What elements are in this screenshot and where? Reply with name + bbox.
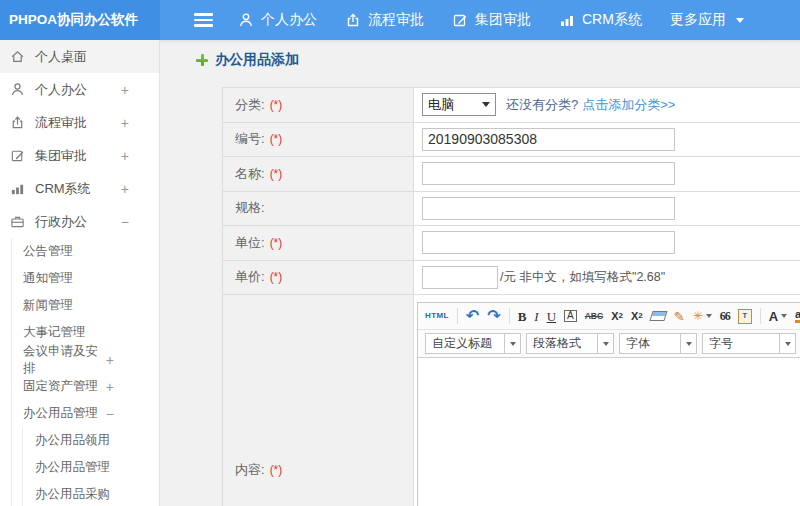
form-row-unit: 单位: (*) <box>223 226 800 261</box>
form-row-category: 分类: (*) 电脑 还没有分类? 点击添加分类>> <box>223 88 800 123</box>
sidebar-item-admin-office[interactable]: 行政办公 − <box>0 205 159 238</box>
rich-text-editor: HTML ↶ ↷ B I U A ABC X2 X2 ✎ <box>417 302 800 506</box>
form-row-code: 编号: (*) <box>223 123 800 158</box>
field-value <box>413 192 800 226</box>
blockquote-button[interactable]: 66 <box>720 310 730 322</box>
unit-input[interactable] <box>422 231 675 254</box>
sub-base: X <box>631 311 638 322</box>
sidebar-item-personal-desktop[interactable]: 个人桌面 <box>0 40 159 73</box>
field-value: 电脑 还没有分类? 点击添加分类>> <box>413 88 800 122</box>
paste-text-icon[interactable]: T <box>738 309 752 324</box>
edit-icon <box>452 12 468 28</box>
font-family-dropdown[interactable]: 字体 <box>619 333 697 354</box>
expand-toggle[interactable]: + <box>106 352 114 368</box>
no-category-text: 还没有分类? <box>506 96 578 114</box>
nav-workflow-approval[interactable]: 流程审批 <box>345 11 424 29</box>
autoformat-button[interactable]: A <box>564 310 577 322</box>
field-label: 单位: (*) <box>223 226 413 260</box>
strikethrough-button[interactable]: ABC <box>585 312 603 321</box>
font-size-dropdown[interactable]: 字号 <box>702 333 796 354</box>
highlight-color-dropdown[interactable]: ab <box>795 309 800 323</box>
home-icon <box>10 49 25 64</box>
redo-icon[interactable]: ↷ <box>487 308 500 324</box>
sidebar-item-personal-office[interactable]: 个人办公 + <box>0 73 159 106</box>
nav-more-apps[interactable]: 更多应用 <box>670 11 744 29</box>
nav-group-approval[interactable]: 集团审批 <box>452 11 531 29</box>
menu-toggle-icon[interactable] <box>194 13 213 27</box>
user-icon <box>10 82 25 97</box>
clipboard-icon: T <box>738 309 752 324</box>
underline-button[interactable]: U <box>547 310 556 323</box>
editor-toolbar-row1: HTML ↶ ↷ B I U A ABC X2 X2 ✎ <box>418 303 800 330</box>
caret-down-icon <box>736 18 744 27</box>
sidebar-item-label: 新闻管理 <box>23 297 73 314</box>
source-code-button[interactable]: HTML <box>425 312 449 320</box>
sidebar-item-label: 通知管理 <box>23 270 73 287</box>
required-mark: (*) <box>270 463 283 477</box>
expand-toggle[interactable]: + <box>121 82 129 98</box>
price-hint: /元 非中文，如填写格式"2.68" <box>500 269 665 286</box>
undo-icon[interactable]: ↶ <box>466 308 479 324</box>
sidebar-item-label: 办公用品领用 <box>35 432 110 449</box>
name-input[interactable] <box>422 162 675 185</box>
caret-down-icon <box>680 334 696 353</box>
expand-toggle[interactable]: + <box>121 148 129 164</box>
sparkle-icon: ✳ <box>693 310 703 322</box>
add-category-link[interactable]: 点击添加分类>> <box>582 96 675 114</box>
briefcase-icon <box>10 214 25 229</box>
collapse-toggle[interactable]: − <box>121 214 129 230</box>
form-row-spec: 规格: <box>223 192 800 227</box>
required-mark: (*) <box>270 236 283 250</box>
field-label: 编号: (*) <box>223 123 413 157</box>
sidebar-item-crm-system[interactable]: CRM系统 + <box>0 172 159 205</box>
font-color-dropdown[interactable]: A <box>769 310 787 323</box>
category-select[interactable]: 电脑 <box>422 93 496 116</box>
sidebar-item-supplies-manage[interactable]: 办公用品管理 <box>0 454 159 481</box>
app-logo[interactable]: PHPOA协同办公软件 <box>0 0 160 40</box>
sidebar-item-meeting-mgmt[interactable]: 会议申请及安排 + <box>0 346 159 373</box>
format-brush-icon[interactable]: ✎ <box>674 310 685 323</box>
sidebar-item-label: 个人桌面 <box>35 48 87 66</box>
toolbar-separator <box>457 308 458 324</box>
italic-button[interactable]: I <box>534 310 538 323</box>
bold-button[interactable]: B <box>518 310 527 323</box>
spec-input[interactable] <box>422 197 675 220</box>
expand-toggle[interactable]: + <box>106 379 114 395</box>
sidebar-item-supplies-purchase[interactable]: 办公用品采购 <box>0 481 159 506</box>
sidebar-item-supplies-mgmt[interactable]: 办公用品管理 − <box>0 400 159 427</box>
sidebar-item-group-approval[interactable]: 集团审批 + <box>0 139 159 172</box>
expand-toggle[interactable]: + <box>121 115 129 131</box>
sidebar-item-news-mgmt[interactable]: 新闻管理 <box>0 292 159 319</box>
sidebar-item-workflow-approval[interactable]: 流程审批 + <box>0 106 159 139</box>
sidebar-item-notice-mgmt[interactable]: 通知管理 <box>0 265 159 292</box>
chart-icon <box>10 181 25 196</box>
custom-title-dropdown[interactable]: 自定义标题 <box>425 333 521 354</box>
sidebar-item-label: 流程审批 <box>35 114 87 132</box>
sidebar-item-announcement-mgmt[interactable]: 公告管理 <box>0 238 159 265</box>
field-label: 名称: (*) <box>223 157 413 191</box>
add-icon <box>196 54 208 66</box>
dropdown-label: 自定义标题 <box>426 335 504 352</box>
nav-personal-office[interactable]: 个人办公 <box>238 11 317 29</box>
code-input[interactable] <box>422 128 675 151</box>
expand-toggle[interactable]: + <box>121 181 129 197</box>
sidebar-item-assets-mgmt[interactable]: 固定资产管理 + <box>0 373 159 400</box>
collapse-toggle[interactable]: − <box>106 406 114 422</box>
user-icon <box>238 12 254 28</box>
nav-crm-system[interactable]: CRM系统 <box>559 11 642 29</box>
price-input[interactable] <box>422 266 498 289</box>
format-painter-dropdown[interactable]: ✳ <box>693 310 712 322</box>
required-mark: (*) <box>270 167 283 181</box>
topbar-shadow <box>160 40 800 44</box>
editor-canvas[interactable] <box>418 358 800 506</box>
sidebar-item-label: 个人办公 <box>35 81 87 99</box>
workflow-icon <box>345 12 361 28</box>
paragraph-format-dropdown[interactable]: 段落格式 <box>526 333 614 354</box>
sup-exp: 2 <box>618 312 622 320</box>
subscript-button[interactable]: X2 <box>631 311 643 322</box>
top-menu: 个人办公 流程审批 集团审批 CRM系统 更多应用 <box>238 0 744 40</box>
superscript-button[interactable]: X2 <box>611 311 623 322</box>
sidebar-item-label: 公告管理 <box>23 243 73 260</box>
eraser-icon[interactable] <box>651 311 666 321</box>
sidebar-item-supplies-requisition[interactable]: 办公用品领用 <box>0 427 159 454</box>
